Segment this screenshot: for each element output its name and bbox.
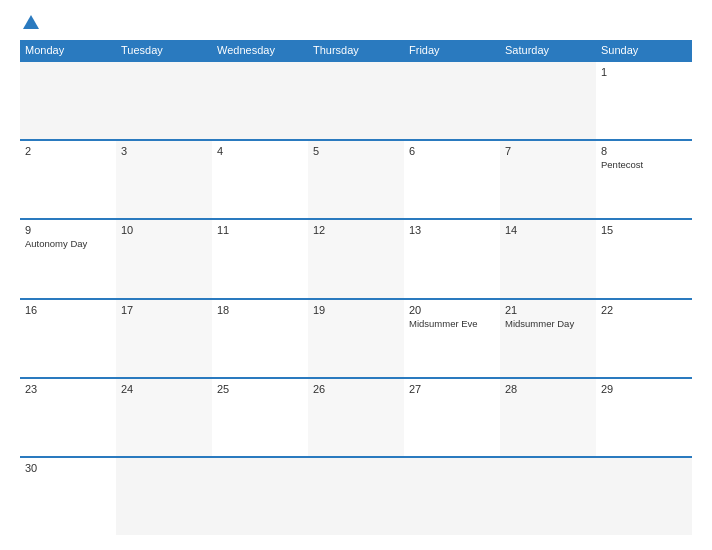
day-cell bbox=[212, 62, 308, 139]
week-row-2: 2345678Pentecost bbox=[20, 139, 692, 218]
day-cell bbox=[212, 458, 308, 535]
weekday-header-saturday: Saturday bbox=[500, 40, 596, 60]
day-cell: 18 bbox=[212, 300, 308, 377]
day-cell: 26 bbox=[308, 379, 404, 456]
week-row-6: 30 bbox=[20, 456, 692, 535]
day-number: 18 bbox=[217, 304, 303, 316]
day-cell: 24 bbox=[116, 379, 212, 456]
day-cell: 12 bbox=[308, 220, 404, 297]
day-event: Midsummer Eve bbox=[409, 318, 495, 329]
day-number: 23 bbox=[25, 383, 111, 395]
day-cell: 4 bbox=[212, 141, 308, 218]
logo bbox=[20, 15, 39, 30]
day-cell bbox=[500, 62, 596, 139]
day-cell: 19 bbox=[308, 300, 404, 377]
day-cell: 30 bbox=[20, 458, 116, 535]
day-cell bbox=[404, 458, 500, 535]
day-number: 3 bbox=[121, 145, 207, 157]
day-cell: 1 bbox=[596, 62, 692, 139]
day-cell bbox=[596, 458, 692, 535]
day-cell: 22 bbox=[596, 300, 692, 377]
day-cell: 27 bbox=[404, 379, 500, 456]
week-row-3: 9Autonomy Day101112131415 bbox=[20, 218, 692, 297]
day-cell bbox=[116, 62, 212, 139]
weekday-header-friday: Friday bbox=[404, 40, 500, 60]
day-number: 22 bbox=[601, 304, 687, 316]
day-number: 15 bbox=[601, 224, 687, 236]
weekday-header-wednesday: Wednesday bbox=[212, 40, 308, 60]
day-event: Autonomy Day bbox=[25, 238, 111, 249]
day-number: 11 bbox=[217, 224, 303, 236]
day-number: 4 bbox=[217, 145, 303, 157]
day-number: 14 bbox=[505, 224, 591, 236]
calendar-header bbox=[20, 15, 692, 30]
day-cell: 21Midsummer Day bbox=[500, 300, 596, 377]
day-cell: 17 bbox=[116, 300, 212, 377]
week-row-4: 1617181920Midsummer Eve21Midsummer Day22 bbox=[20, 298, 692, 377]
day-cell: 2 bbox=[20, 141, 116, 218]
day-cell: 25 bbox=[212, 379, 308, 456]
day-number: 1 bbox=[601, 66, 687, 78]
day-cell bbox=[500, 458, 596, 535]
day-cell: 15 bbox=[596, 220, 692, 297]
day-number: 27 bbox=[409, 383, 495, 395]
day-cell: 3 bbox=[116, 141, 212, 218]
day-event: Midsummer Day bbox=[505, 318, 591, 329]
day-number: 26 bbox=[313, 383, 399, 395]
day-number: 25 bbox=[217, 383, 303, 395]
day-number: 20 bbox=[409, 304, 495, 316]
weekday-headers: MondayTuesdayWednesdayThursdayFridaySatu… bbox=[20, 40, 692, 60]
day-cell: 6 bbox=[404, 141, 500, 218]
day-number: 9 bbox=[25, 224, 111, 236]
day-cell bbox=[20, 62, 116, 139]
calendar-grid: MondayTuesdayWednesdayThursdayFridaySatu… bbox=[20, 40, 692, 535]
day-number: 7 bbox=[505, 145, 591, 157]
day-cell: 28 bbox=[500, 379, 596, 456]
day-number: 13 bbox=[409, 224, 495, 236]
weekday-header-tuesday: Tuesday bbox=[116, 40, 212, 60]
day-cell: 7 bbox=[500, 141, 596, 218]
day-cell: 20Midsummer Eve bbox=[404, 300, 500, 377]
day-cell: 11 bbox=[212, 220, 308, 297]
day-number: 28 bbox=[505, 383, 591, 395]
day-cell: 9Autonomy Day bbox=[20, 220, 116, 297]
day-number: 24 bbox=[121, 383, 207, 395]
day-number: 17 bbox=[121, 304, 207, 316]
day-number: 8 bbox=[601, 145, 687, 157]
day-cell bbox=[404, 62, 500, 139]
day-number: 6 bbox=[409, 145, 495, 157]
day-number: 21 bbox=[505, 304, 591, 316]
day-number: 30 bbox=[25, 462, 111, 474]
day-cell bbox=[308, 458, 404, 535]
logo-triangle-icon bbox=[23, 15, 39, 29]
day-cell: 23 bbox=[20, 379, 116, 456]
weekday-header-sunday: Sunday bbox=[596, 40, 692, 60]
day-number: 5 bbox=[313, 145, 399, 157]
day-number: 2 bbox=[25, 145, 111, 157]
day-cell: 8Pentecost bbox=[596, 141, 692, 218]
day-event: Pentecost bbox=[601, 159, 687, 170]
day-cell: 29 bbox=[596, 379, 692, 456]
day-number: 10 bbox=[121, 224, 207, 236]
week-row-5: 23242526272829 bbox=[20, 377, 692, 456]
day-number: 19 bbox=[313, 304, 399, 316]
day-cell: 10 bbox=[116, 220, 212, 297]
day-number: 16 bbox=[25, 304, 111, 316]
day-cell bbox=[116, 458, 212, 535]
day-cell: 5 bbox=[308, 141, 404, 218]
day-number: 29 bbox=[601, 383, 687, 395]
weekday-header-monday: Monday bbox=[20, 40, 116, 60]
day-cell: 13 bbox=[404, 220, 500, 297]
week-row-1: 1 bbox=[20, 60, 692, 139]
weekday-header-thursday: Thursday bbox=[308, 40, 404, 60]
day-number: 12 bbox=[313, 224, 399, 236]
day-cell: 16 bbox=[20, 300, 116, 377]
calendar-weeks: 12345678Pentecost9Autonomy Day1011121314… bbox=[20, 60, 692, 535]
day-cell: 14 bbox=[500, 220, 596, 297]
day-cell bbox=[308, 62, 404, 139]
